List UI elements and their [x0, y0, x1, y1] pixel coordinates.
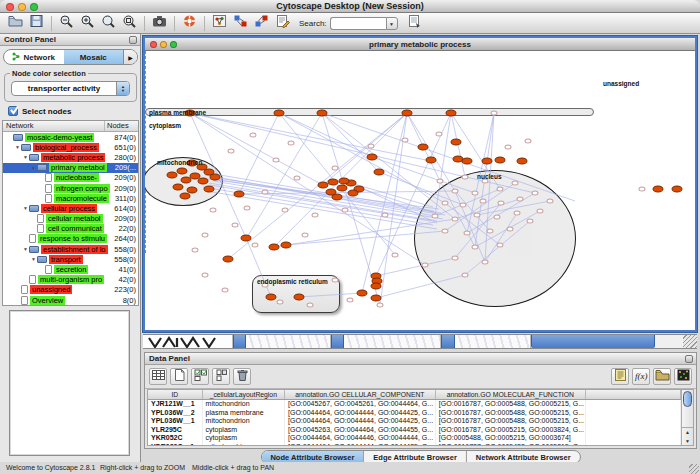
network-node[interactable]: [472, 245, 479, 250]
network-node-highlighted[interactable]: [241, 235, 252, 242]
layout-copy-button[interactable]: [230, 14, 251, 32]
tree-row-label[interactable]: cellular metabol: [46, 214, 103, 223]
tree-row[interactable]: ▼metabolic process280(0): [3, 152, 138, 162]
table-row[interactable]: YPL036W__2plasma membrane[GO:0044464, GO…: [148, 409, 681, 418]
network-node[interactable]: [342, 208, 349, 213]
tree-row-label[interactable]: response to stimulu: [38, 234, 107, 243]
zoom-fit-button[interactable]: [98, 14, 119, 32]
network-node[interactable]: [432, 214, 439, 219]
network-node[interactable]: [210, 208, 217, 213]
network-node-highlighted[interactable]: [371, 283, 382, 290]
column-header-empty[interactable]: [586, 390, 681, 399]
expand-triangle-icon[interactable]: ▼: [22, 205, 29, 211]
tree-row-label[interactable]: nitrogen compo: [54, 184, 110, 193]
tree-row-label[interactable]: establishment of lo: [41, 245, 108, 254]
network-node[interactable]: [377, 303, 384, 308]
network-node[interactable]: [252, 243, 259, 248]
network-node-highlighted[interactable]: [339, 178, 350, 185]
network-node[interactable]: [517, 197, 524, 202]
network-node[interactable]: [347, 298, 354, 303]
tree-row[interactable]: cellular metabol209(0): [3, 214, 138, 224]
formula-button[interactable]: f(x): [632, 368, 650, 385]
network-node[interactable]: [232, 223, 239, 228]
table-row[interactable]: YPL036W__1mitochondrion[GO:0044464, GO:0…: [148, 417, 681, 426]
expand-triangle-icon[interactable]: ▼: [30, 165, 37, 171]
more-tabs-icon[interactable]: ▶: [123, 50, 137, 64]
network-node-highlighted[interactable]: [418, 144, 429, 151]
network-node[interactable]: [332, 166, 339, 171]
network-node[interactable]: [462, 273, 469, 278]
network-node[interactable]: [442, 201, 449, 206]
network-node-highlighted[interactable]: [234, 191, 245, 198]
network-node[interactable]: [547, 199, 554, 204]
network-node[interactable]: [472, 191, 479, 196]
background-window-preview[interactable]: [344, 335, 441, 348]
network-node-highlighted[interactable]: [274, 110, 285, 117]
expand-triangle-icon[interactable]: ▼: [22, 246, 29, 252]
network-node-highlighted[interactable]: [180, 193, 191, 200]
network-node[interactable]: [312, 213, 319, 218]
network-node-highlighted[interactable]: [371, 295, 382, 302]
network-node[interactable]: [497, 243, 504, 248]
tree-row[interactable]: secretion41(0): [3, 264, 138, 274]
network-node[interactable]: [202, 273, 209, 278]
tree-row-label[interactable]: cell communicat: [46, 224, 104, 233]
network-canvas[interactable]: plasma membrane cytoplasm mitochondrion …: [145, 51, 695, 330]
tree-row[interactable]: ▼establishment of lo558(0): [3, 244, 138, 254]
network-node-highlighted[interactable]: [367, 154, 378, 161]
network-node-highlighted[interactable]: [348, 190, 359, 197]
network-node-highlighted[interactable]: [328, 179, 339, 186]
network-node[interactable]: [474, 213, 481, 218]
network-node[interactable]: [464, 231, 471, 236]
frame-close-icon[interactable]: [150, 41, 157, 48]
network-node[interactable]: [392, 253, 399, 258]
tree-row[interactable]: macromolecule311(0): [3, 193, 138, 203]
notes-button[interactable]: [611, 368, 629, 385]
network-node-highlighted[interactable]: [317, 110, 328, 117]
tree-row[interactable]: multi-organism pro42(0): [3, 275, 138, 285]
column-header[interactable]: annotation.GO CELLULAR_COMPONENT: [285, 390, 436, 399]
search-config-button[interactable]: [404, 14, 425, 32]
network-node-highlighted[interactable]: [198, 178, 209, 185]
network-node[interactable]: [228, 149, 235, 154]
tree-row[interactable]: unassigned223(0): [3, 285, 138, 295]
tree-row[interactable]: ▼primary metabol209(...: [3, 163, 138, 173]
tree-column-network[interactable]: Network: [3, 121, 105, 131]
table-row[interactable]: YKR052Ccytoplasm[GO:0044464, GO:0044446,…: [148, 434, 681, 443]
network-node-highlighted[interactable]: [223, 256, 234, 263]
open-folder-button[interactable]: [5, 14, 26, 32]
network-node[interactable]: [422, 263, 429, 268]
tree-row[interactable]: ▼cellular process614(0): [3, 203, 138, 213]
network-node-highlighted[interactable]: [482, 158, 493, 165]
background-windows-strip[interactable]: [143, 334, 697, 349]
help-button[interactable]: [179, 14, 200, 32]
network-node[interactable]: [527, 219, 534, 224]
network-node[interactable]: [382, 213, 389, 218]
network-node[interactable]: [442, 229, 449, 234]
tree-row-label[interactable]: mosaic-demo-yeast: [25, 133, 94, 142]
window-resize-grip-icon[interactable]: [689, 464, 699, 474]
table-scrollbar[interactable]: ▲ ▼: [681, 390, 693, 445]
search-dropdown-arrow-icon[interactable]: ▼: [386, 17, 398, 30]
network-node[interactable]: [505, 145, 512, 150]
network-node-highlighted[interactable]: [181, 177, 192, 184]
scroll-up-icon[interactable]: ▲: [682, 428, 693, 437]
zoom-in-button[interactable]: [77, 14, 98, 32]
node-color-select[interactable]: transporter activity ▲▼: [11, 81, 130, 96]
network-node-highlighted[interactable]: [281, 242, 292, 249]
network-node[interactable]: [294, 176, 301, 181]
network-node[interactable]: [332, 278, 339, 283]
float-data-panel-icon[interactable]: [685, 355, 693, 363]
maximize-icon[interactable]: [30, 3, 38, 11]
expand-triangle-icon[interactable]: ▼: [30, 256, 37, 262]
network-node[interactable]: [250, 133, 257, 138]
network-node-highlighted[interactable]: [167, 172, 178, 179]
network-node[interactable]: [507, 227, 514, 232]
network-node[interactable]: [202, 233, 209, 238]
network-node-highlighted[interactable]: [269, 244, 280, 251]
network-node[interactable]: [532, 191, 539, 196]
frame-maximize-icon[interactable]: [170, 41, 177, 48]
network-node[interactable]: [452, 217, 459, 222]
network-node[interactable]: [639, 187, 646, 192]
scrollbar-thumb[interactable]: [683, 391, 692, 407]
